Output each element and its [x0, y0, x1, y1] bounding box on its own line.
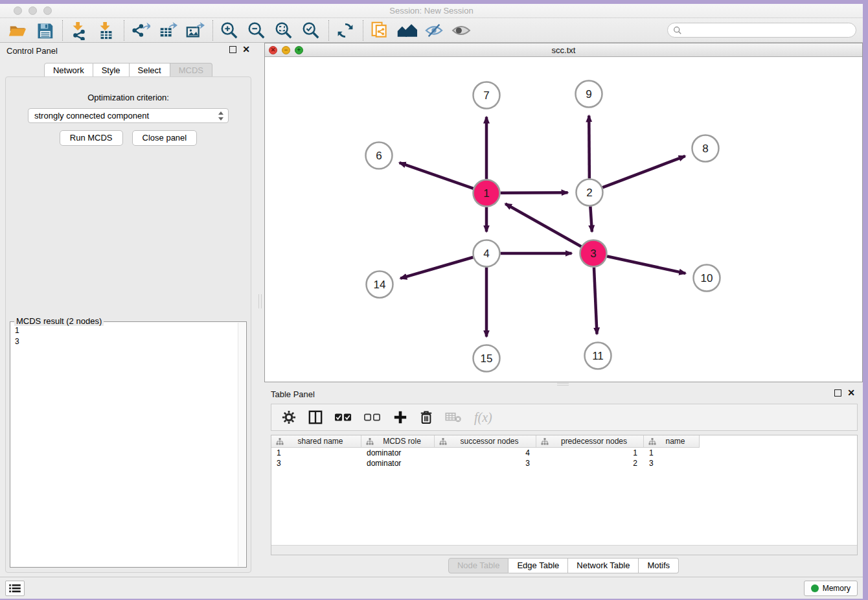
refresh-button[interactable] [334, 20, 356, 41]
graph-node-6[interactable]: 6 [366, 143, 393, 169]
graph-node-3[interactable]: 3 [580, 240, 607, 267]
task-history-button[interactable] [5, 581, 25, 596]
main-toolbar [0, 18, 863, 43]
dropdown-value: strongly connected component [34, 111, 149, 121]
graph-edge-1-2[interactable] [500, 192, 567, 193]
delete-column-button[interactable] [420, 409, 433, 426]
import-table-icon [97, 21, 116, 40]
zoom-out-button[interactable] [246, 20, 268, 41]
tab-motifs[interactable]: Motifs [639, 558, 679, 573]
run-mcds-button[interactable]: Run MCDS [60, 130, 123, 146]
deselect-all-button[interactable] [364, 409, 381, 426]
save-session-button[interactable] [34, 20, 56, 41]
refresh-icon [336, 21, 354, 40]
vertical-splitter-handle[interactable] [258, 294, 262, 308]
mcds-panel: Optimization criterion: strongly connect… [5, 76, 251, 573]
graph-node-1[interactable]: 1 [474, 180, 500, 207]
add-column-button[interactable] [393, 409, 407, 426]
graph-edge-3-1[interactable] [505, 203, 581, 246]
table-horizontal-scrollbar[interactable] [271, 545, 857, 555]
result-scrollbar[interactable] [238, 323, 246, 566]
optimization-criterion-dropdown[interactable]: strongly connected component [28, 108, 229, 123]
export-table-icon [158, 21, 177, 40]
graph-edge-2-9[interactable] [589, 115, 589, 178]
table-toolbar: f(x) [271, 404, 858, 431]
graph-node-15[interactable]: 15 [474, 345, 500, 372]
table-cell: dominator [361, 448, 435, 458]
table-row[interactable]: 3dominator323 [271, 458, 857, 468]
graph-node-10[interactable]: 10 [694, 265, 720, 292]
graph-edge-2-3[interactable] [590, 206, 591, 231]
graph-node-14[interactable]: 14 [367, 271, 393, 298]
float-panel-icon[interactable] [229, 46, 236, 53]
open-session-button[interactable] [6, 20, 29, 41]
float-panel-icon[interactable] [834, 389, 841, 397]
graph-node-label: 9 [586, 88, 591, 100]
graph-edge-2-8[interactable] [602, 156, 685, 187]
search-field[interactable] [667, 23, 856, 38]
graph-node-9[interactable]: 9 [576, 81, 602, 108]
clone-network-icon [371, 21, 389, 40]
graph-edge-4-14[interactable] [400, 257, 473, 279]
list-icon [9, 584, 21, 593]
column-header-predecessor-nodes[interactable]: predecessor nodes [536, 435, 644, 447]
close-panel-icon[interactable]: ✕ [847, 389, 855, 397]
export-table-button[interactable] [157, 20, 179, 41]
column-header-shared-name[interactable]: shared name [271, 435, 361, 447]
import-table-button[interactable] [95, 20, 117, 41]
zoom-selected-button[interactable] [300, 20, 322, 41]
graph-node-7[interactable]: 7 [474, 82, 500, 109]
graph-edge-3-10[interactable] [607, 257, 685, 273]
show-all-button[interactable] [450, 20, 472, 41]
function-builder-button[interactable]: f(x) [474, 409, 492, 426]
toolbar-separator [328, 20, 329, 41]
export-network-icon [131, 21, 150, 40]
zoom-in-button[interactable] [218, 20, 240, 41]
graph-node-label: 10 [701, 272, 713, 284]
network-window-titlebar: ✕ − + scc.txt [265, 43, 862, 57]
graph-edge-1-6[interactable] [400, 163, 474, 189]
export-network-button[interactable] [130, 20, 152, 41]
zoom-out-icon [247, 21, 266, 40]
gear-button[interactable] [282, 409, 296, 426]
close-panel-button[interactable]: Close panel [132, 130, 198, 146]
split-columns-icon [308, 410, 323, 424]
table-panel: Table Panel ✕ [264, 386, 863, 577]
graph-edge-3-11[interactable] [594, 267, 597, 334]
network-view-window: ✕ − + scc.txt 7968124314101511 [264, 43, 863, 382]
control-panel: Control Panel ✕ NetworkStyleSelectMCDS O… [0, 43, 257, 577]
close-panel-icon[interactable]: ✕ [242, 46, 250, 53]
table-cell: 4 [435, 448, 536, 458]
zoom-fit-button[interactable] [273, 20, 295, 41]
column-header-name[interactable]: name [644, 435, 698, 447]
home-layout-button[interactable] [396, 20, 418, 41]
optimization-criterion-label: Optimization criterion: [6, 93, 251, 102]
graph-node-8[interactable]: 8 [692, 135, 719, 162]
split-columns-button[interactable] [308, 409, 323, 426]
hide-selected-button[interactable] [423, 20, 445, 41]
tab-node-table[interactable]: Node Table [448, 558, 509, 573]
column-header-MCDS-role[interactable]: MCDS role [361, 435, 435, 447]
column-header-successor-nodes[interactable]: successor nodes [435, 435, 536, 447]
network-canvas[interactable]: 7968124314101511 [265, 57, 862, 382]
clone-network-button[interactable] [369, 20, 391, 41]
table-row[interactable]: 1dominator411 [271, 448, 857, 458]
graph-node-4[interactable]: 4 [474, 240, 500, 267]
graph-node-11[interactable]: 11 [585, 343, 611, 369]
search-input[interactable] [685, 24, 851, 36]
import-network-button[interactable] [68, 20, 90, 41]
tab-edge-table[interactable]: Edge Table [508, 558, 568, 573]
select-all-button[interactable] [335, 409, 352, 426]
mcds-result-list[interactable]: 13 [11, 324, 237, 566]
memory-button[interactable]: Memory [804, 581, 858, 596]
graph-node-2[interactable]: 2 [577, 179, 603, 206]
delete-table-button[interactable] [445, 409, 462, 426]
graph-node-label: 2 [586, 187, 592, 199]
network-window-title: scc.txt [265, 45, 862, 55]
import-network-icon [69, 21, 89, 40]
column-tree-icon [541, 438, 549, 445]
network-graph: 7968124314101511 [265, 57, 862, 382]
graph-node-label: 8 [702, 143, 708, 155]
tab-network-table[interactable]: Network Table [568, 558, 639, 573]
export-image-button[interactable] [184, 20, 206, 41]
